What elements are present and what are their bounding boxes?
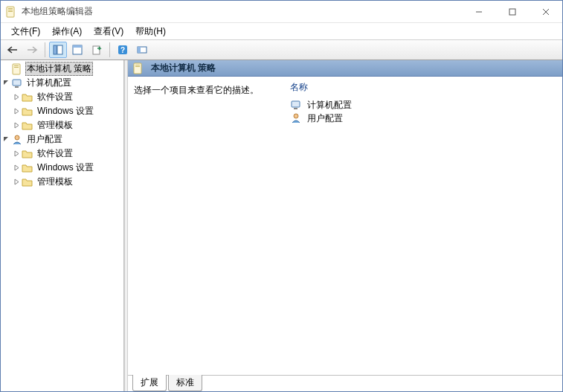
expand-icon[interactable]	[11, 177, 22, 187]
svg-text:?: ?	[120, 46, 125, 54]
svg-rect-11	[73, 45, 82, 48]
folder-icon	[22, 162, 33, 174]
toolbar-separator	[109, 42, 110, 57]
list-item-label: 计算机配置	[307, 99, 352, 112]
svg-rect-25	[135, 66, 140, 67]
tree-pane[interactable]: 本地计算机 策略 计算机配置	[1, 60, 124, 391]
svg-rect-27	[294, 108, 297, 109]
svg-rect-2	[8, 10, 13, 10]
list-item-label: 用户配置	[307, 112, 343, 125]
expand-icon[interactable]	[11, 92, 22, 103]
help-button[interactable]: ?	[114, 42, 132, 58]
tree-label: 软件设置	[36, 90, 74, 104]
title-bar: 本地组策略编辑器	[1, 1, 562, 23]
computer-icon	[11, 77, 23, 89]
policy-tree: 本地计算机 策略 计算机配置	[1, 62, 123, 189]
svg-rect-8	[54, 45, 57, 54]
show-tree-button[interactable]	[49, 42, 67, 58]
toolbar: ?	[1, 39, 562, 60]
menu-view[interactable]: 查看(V)	[89, 24, 128, 39]
forward-button[interactable]	[23, 42, 41, 58]
tree-software-settings[interactable]: 软件设置	[1, 147, 123, 161]
svg-rect-24	[135, 65, 140, 65]
export-button[interactable]	[88, 42, 106, 58]
tree-root[interactable]: 本地计算机 策略	[1, 62, 123, 76]
svg-rect-12	[93, 46, 100, 54]
tree-windows-settings[interactable]: Windows 设置	[1, 161, 123, 175]
folder-icon	[22, 148, 33, 160]
svg-point-22	[15, 135, 19, 140]
svg-rect-18	[14, 65, 19, 66]
tree-computer-config[interactable]: 计算机配置	[1, 76, 123, 90]
details-pane: 本地计算机 策略 选择一个项目来查看它的描述。 名称 计算机配置 用户配置	[128, 60, 562, 391]
tree-label: 计算机配置	[25, 76, 73, 90]
tree-label: 软件设置	[36, 147, 74, 161]
tree-label: 用户配置	[25, 132, 64, 147]
svg-rect-5	[509, 9, 515, 15]
tab-extended[interactable]: 扩展	[132, 375, 167, 391]
tree-windows-settings[interactable]: Windows 设置	[1, 104, 123, 118]
folder-icon	[22, 120, 33, 132]
svg-rect-16	[138, 47, 141, 53]
expand-icon[interactable]	[11, 106, 22, 117]
app-window: 本地组策略编辑器 文件(F) 操作(A) 查看(V) 帮助(H) ?	[0, 0, 563, 392]
svg-point-28	[294, 114, 298, 118]
details-header: 本地计算机 策略	[128, 60, 562, 77]
computer-icon	[290, 99, 302, 111]
svg-rect-9	[57, 45, 62, 54]
list-item-user-config[interactable]: 用户配置	[290, 112, 556, 125]
window-controls	[462, 1, 562, 22]
tree-label: Windows 设置	[36, 104, 95, 118]
menu-bar: 文件(F) 操作(A) 查看(V) 帮助(H)	[1, 23, 562, 39]
svg-rect-19	[14, 67, 19, 68]
app-icon	[5, 6, 17, 18]
tree-label: Windows 设置	[36, 161, 95, 175]
folder-icon	[22, 176, 33, 188]
user-icon	[290, 112, 302, 124]
svg-rect-21	[15, 86, 19, 88]
tree-admin-templates[interactable]: 管理模板	[1, 118, 123, 132]
tree-user-config[interactable]: 用户配置	[1, 132, 123, 147]
details-tabs: 扩展 标准	[128, 375, 562, 391]
svg-rect-1	[8, 8, 13, 9]
tree-label: 管理模板	[36, 118, 74, 132]
details-content: 选择一个项目来查看它的描述。 名称 计算机配置 用户配置	[128, 77, 562, 375]
window-title: 本地组策略编辑器	[22, 5, 462, 18]
tree-label: 管理模板	[36, 175, 74, 189]
description-column: 选择一个项目来查看它的描述。	[128, 77, 284, 375]
list-column: 名称 计算机配置 用户配置	[284, 77, 562, 375]
list-item-computer-config[interactable]: 计算机配置	[290, 98, 556, 112]
show-actions-button[interactable]	[133, 42, 151, 58]
tree-admin-templates[interactable]: 管理模板	[1, 175, 123, 189]
collapse-icon[interactable]	[1, 78, 11, 89]
policy-icon	[11, 63, 23, 75]
toolbar-separator	[45, 42, 45, 57]
close-button[interactable]	[529, 1, 562, 22]
body: 本地计算机 策略 计算机配置	[1, 60, 562, 391]
folder-icon	[22, 106, 33, 118]
back-button[interactable]	[4, 42, 22, 58]
tab-standard[interactable]: 标准	[168, 375, 202, 391]
menu-help[interactable]: 帮助(H)	[131, 24, 170, 39]
user-icon	[11, 134, 23, 146]
maximize-button[interactable]	[495, 1, 529, 22]
tree-software-settings[interactable]: 软件设置	[1, 90, 123, 104]
collapse-icon[interactable]	[1, 135, 11, 145]
properties-button[interactable]	[68, 42, 86, 58]
policy-icon	[132, 62, 144, 74]
column-header-name[interactable]: 名称	[290, 81, 556, 94]
svg-rect-3	[8, 11, 13, 12]
tree-label: 本地计算机 策略	[25, 62, 93, 76]
details-title: 本地计算机 策略	[151, 62, 216, 74]
svg-rect-20	[13, 80, 21, 86]
minimize-button[interactable]	[462, 1, 495, 22]
expand-icon[interactable]	[11, 149, 22, 159]
folder-icon	[22, 91, 33, 103]
description-prompt: 选择一个项目来查看它的描述。	[134, 84, 278, 97]
expand-icon[interactable]	[11, 163, 22, 173]
menu-file[interactable]: 文件(F)	[7, 24, 45, 39]
svg-rect-26	[292, 101, 300, 107]
menu-action[interactable]: 操作(A)	[48, 24, 86, 39]
expand-icon[interactable]	[11, 121, 22, 131]
